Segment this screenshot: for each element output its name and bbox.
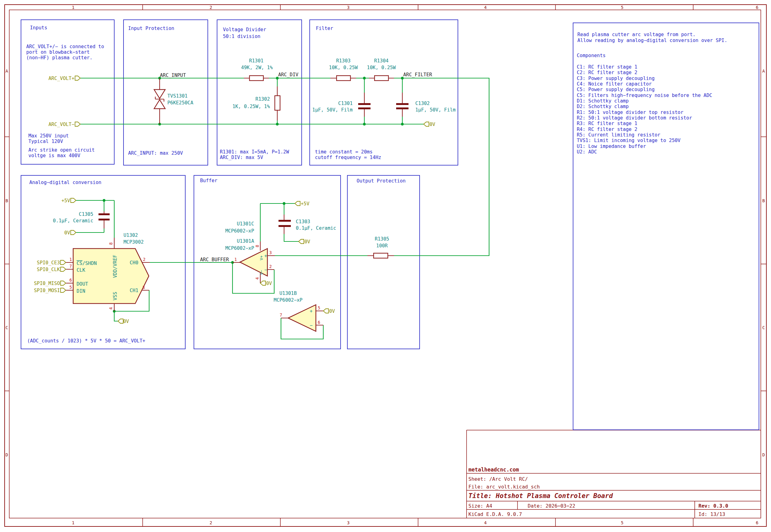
- net-label-arc-input[interactable]: ARC_INPUT: [160, 73, 186, 78]
- c1301-value[interactable]: 1µF, 50V, Film: [312, 107, 353, 113]
- r1302-value[interactable]: 1K, 0.25W, 1%: [233, 104, 270, 109]
- r1303-ref[interactable]: R1303: [336, 58, 351, 64]
- port-0v-adc-bot-icon[interactable]: [118, 319, 123, 323]
- u1302-ref[interactable]: U1302: [124, 232, 138, 238]
- u1301c-ref[interactable]: U1301C: [237, 221, 254, 227]
- port-plus5v-buf-icon[interactable]: [295, 201, 300, 206]
- r1302-ref[interactable]: R1302: [255, 96, 270, 102]
- input-protection-title: Input Protection: [128, 26, 174, 31]
- u1301a-pin3-num: 3: [269, 250, 272, 255]
- c1302-ref[interactable]: C1302: [415, 101, 430, 106]
- capacitor-c1301[interactable]: [358, 103, 371, 109]
- port-plus5v-adc-icon[interactable]: [71, 198, 76, 203]
- inputs-note-4: voltge is max 400V: [28, 153, 80, 158]
- u1301a-pin1-num: 1: [234, 257, 237, 262]
- port-0v-u1301a-icon[interactable]: [260, 281, 266, 285]
- c1305-ref[interactable]: C1305: [79, 212, 93, 217]
- adc-formula: (ADC_counts / 1023) * 5V * 50 = ARC_VOLT…: [27, 338, 145, 344]
- tvs-diode-tvs1301[interactable]: [154, 90, 165, 109]
- r1301-value[interactable]: 49K, 2W, 1%: [241, 65, 273, 70]
- inputs-desc-2: port on blowback−start: [26, 49, 90, 55]
- notes-item: C1: RC filter stage 1: [577, 64, 637, 70]
- port-0v-c1303-icon[interactable]: [299, 239, 304, 244]
- frame-col-label: 4: [484, 5, 487, 10]
- global-label-plus5v-buffer[interactable]: +5V: [301, 201, 309, 207]
- port-0v-u1301b-icon[interactable]: [323, 309, 329, 313]
- c1303-value[interactable]: 0.1µF, Ceramic: [296, 225, 336, 231]
- resistor-r1305[interactable]: [374, 253, 388, 258]
- resistor-r1304[interactable]: [375, 76, 388, 81]
- adc-u1302-body[interactable]: [73, 249, 149, 304]
- junction: [363, 123, 366, 126]
- u1301a-ref[interactable]: U1301A: [237, 238, 254, 244]
- port-arc-volt-plus-icon[interactable]: [75, 76, 80, 80]
- global-label-0v-u1301b[interactable]: 0V: [329, 308, 335, 314]
- c1305-value[interactable]: 0.1µF, Ceramic: [53, 218, 93, 224]
- r1303-value[interactable]: 10K, 0.25W: [329, 65, 358, 70]
- r1305-value[interactable]: 100R: [376, 243, 388, 249]
- u1302-pin-name-ch1: CH1: [130, 288, 138, 293]
- capacitor-c1305[interactable]: [98, 213, 110, 220]
- u1301c-value[interactable]: MCP6002−xP: [225, 228, 254, 234]
- resistor-r1303[interactable]: [337, 76, 350, 81]
- notes-item: D2: Schottky clamp: [577, 104, 629, 109]
- resistor-r1301[interactable]: [249, 76, 263, 81]
- port-0v-adc-left-icon[interactable]: [71, 230, 76, 235]
- r1301-ref[interactable]: R1301: [249, 58, 264, 64]
- r1304-ref[interactable]: R1304: [374, 58, 389, 64]
- global-label-0v-u1301a[interactable]: 0V: [266, 281, 272, 286]
- c1302-value[interactable]: 1µF, 50V, Film: [415, 107, 456, 113]
- junction: [103, 199, 106, 202]
- tvs1301-ref[interactable]: TVS1301: [167, 93, 187, 99]
- net-label-arc-div[interactable]: ARC_DIV: [278, 72, 298, 77]
- port-spi0-miso-icon[interactable]: [61, 281, 66, 285]
- c1301-ref[interactable]: C1301: [338, 101, 353, 106]
- frame-col-label: 1: [72, 5, 74, 10]
- capacitor-c1303[interactable]: [279, 220, 291, 227]
- u1301b-value[interactable]: MCP6002−xP: [274, 297, 302, 303]
- frame-row-label: D: [762, 452, 765, 457]
- voltage-divider-note-2: ARC_DIV: max 5V: [220, 155, 263, 160]
- u1301a-vplus-label: V+: [259, 255, 264, 260]
- global-label-spi0-mosi[interactable]: SPI0_MOSI: [34, 288, 60, 293]
- port-spi0-clk-icon[interactable]: [61, 267, 66, 271]
- capacitor-c1302[interactable]: [396, 103, 409, 109]
- global-label-0v-c1303[interactable]: 0V: [304, 239, 310, 245]
- u1302-pin6-num: 6: [69, 278, 72, 283]
- port-arc-volt-minus-icon[interactable]: [75, 122, 80, 126]
- u1302-value[interactable]: MCP3002: [124, 239, 144, 245]
- inputs-title: Inputs: [30, 25, 47, 31]
- resistor-r1302[interactable]: [275, 96, 280, 110]
- notes-item: R5: Current limiting resistor: [577, 132, 660, 138]
- global-label-arc-volt-minus[interactable]: ARC_VOLT−: [48, 122, 74, 127]
- port-spi0-ce3-icon[interactable]: [61, 260, 66, 265]
- c1303-ref[interactable]: C1303: [296, 219, 310, 224]
- global-label-0v-adc-bottom[interactable]: 0V: [123, 319, 129, 324]
- notes-item: R1: 50:1 voltage divider top resistor: [577, 110, 683, 115]
- r1305-ref[interactable]: R1305: [375, 236, 389, 242]
- global-label-plus5v-adc[interactable]: +5V: [61, 198, 70, 203]
- global-label-spi0-miso[interactable]: SPI0_MISO: [34, 281, 60, 286]
- tvs1301-value[interactable]: P6KE250CA: [167, 100, 194, 106]
- u1302-pin3-num: 3: [142, 285, 145, 290]
- voltage-divider-subtitle: 50:1 division: [223, 34, 260, 39]
- notes-item: C5: Power supply decoupling: [577, 87, 655, 92]
- global-label-arc-volt-plus[interactable]: ARC_VOLT+: [48, 76, 74, 81]
- wire-buffer-net[interactable]: [150, 203, 299, 293]
- port-spi0-mosi-icon[interactable]: [61, 288, 66, 292]
- global-label-spi0-ce3[interactable]: SPI0_CE3: [37, 260, 60, 266]
- r1304-value[interactable]: 10K, 0.25W: [367, 65, 396, 70]
- frame-row-label: A: [6, 69, 8, 73]
- u1301b-ref[interactable]: U1301B: [279, 291, 297, 296]
- global-label-0v-adc-left[interactable]: 0V: [64, 230, 70, 236]
- u1301a-value[interactable]: MCP6002−xP: [225, 245, 254, 251]
- global-label-spi0-clk[interactable]: SPI0_CLK: [37, 267, 60, 272]
- port-0v-filter-icon[interactable]: [424, 122, 429, 126]
- junction: [283, 202, 286, 205]
- u1301a-vminus-label: V−: [259, 270, 264, 275]
- net-label-arc-buffer[interactable]: ARC_BUFFER: [200, 257, 229, 262]
- global-label-0v-filter[interactable]: 0V: [429, 122, 435, 127]
- net-label-arc-filter[interactable]: ARC_FILTER: [403, 72, 432, 77]
- u1302-pin-name-dout: DOUT: [77, 281, 88, 287]
- filter-note-2: cutoff frequency = 14Hz: [315, 155, 381, 160]
